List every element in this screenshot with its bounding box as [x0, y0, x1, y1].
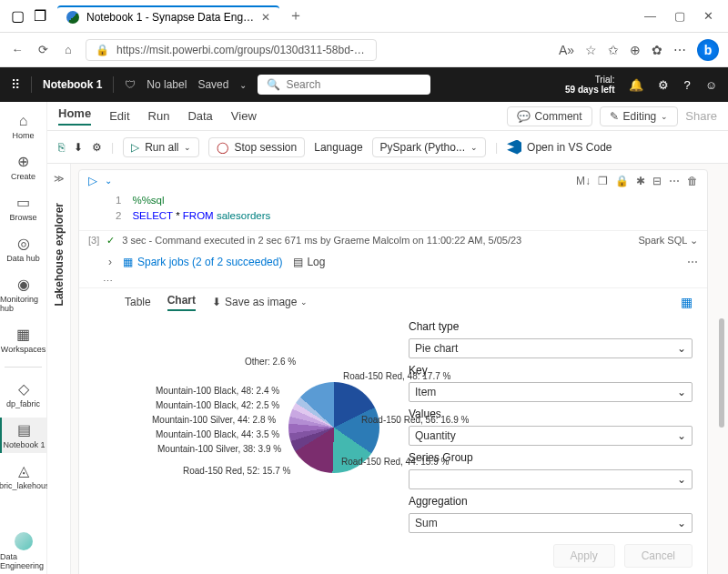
expand-panel-icon[interactable]: ≫ [54, 173, 65, 185]
sensitivity-label[interactable]: No label [147, 78, 187, 91]
nav-create[interactable]: ⊕Create [11, 149, 35, 185]
spark-jobs-link[interactable]: ▦Spark jobs (2 of 2 succeeded) [123, 256, 282, 268]
tab-chart[interactable]: Chart [167, 294, 196, 311]
download-icon[interactable]: ⬇ [74, 141, 83, 154]
favorites-icon[interactable]: ✩ [608, 43, 619, 57]
url-field[interactable]: 🔒 https://msit.powerbi.com/groups/0130d3… [86, 39, 377, 61]
tab-home[interactable]: Home [58, 106, 91, 126]
more-icon[interactable]: ⋯ [673, 43, 686, 57]
nav-datahub[interactable]: ◎Data hub [6, 231, 40, 267]
star-icon[interactable]: ☆ [585, 43, 597, 57]
window-titlebar: ▢ ❐ Notebook 1 - Synapse Data Eng… ✕ ＋ —… [0, 0, 728, 33]
collections-icon[interactable]: ⊕ [630, 43, 641, 57]
nav-monitoring[interactable]: ◉Monitoring hub [0, 272, 46, 317]
language-label: Language [314, 141, 362, 154]
expand-jobs-icon[interactable]: › [108, 256, 112, 268]
search-box[interactable]: 🔍 Search [258, 75, 430, 95]
code-editor[interactable]: %%sql SELECT * FROM salesorders [132, 193, 270, 225]
nav-notebook1[interactable]: ▤Notebook 1 [0, 418, 46, 453]
tab-data[interactable]: Data [187, 109, 212, 123]
run-cell-icon[interactable]: ▷ [88, 174, 97, 187]
log-link[interactable]: ▤Log [293, 256, 325, 268]
open-vscode-button[interactable]: Open in VS Code [507, 140, 612, 155]
values-select[interactable]: Quantity⌄ [409, 426, 693, 446]
collapse-icon[interactable]: ⊟ [652, 175, 662, 187]
delete-cell-icon[interactable]: 🗑 [687, 175, 698, 187]
markdown-toggle-icon[interactable]: M↓ [576, 175, 591, 187]
lock-icon[interactable]: 🔒 [615, 175, 629, 187]
output-more-icon[interactable]: ⋯ [687, 256, 698, 268]
new-tab-button[interactable]: ＋ [288, 6, 303, 25]
home-icon[interactable]: ⌂ [60, 43, 76, 56]
gear-icon[interactable]: ⚙ [92, 141, 102, 154]
nav-browse[interactable]: ▭Browse [9, 190, 36, 226]
duplicate-icon[interactable]: ❐ [598, 175, 608, 187]
chevron-down-icon[interactable]: ⌄ [239, 80, 247, 90]
freeze-icon[interactable]: ✱ [636, 175, 645, 187]
browser-tab[interactable]: Notebook 1 - Synapse Data Eng… ✕ [57, 5, 279, 27]
reader-icon[interactable]: A» [559, 43, 574, 57]
stop-icon: ◯ [217, 141, 228, 154]
language-select[interactable]: PySpark (Pytho...⌄ [372, 137, 486, 157]
help-icon[interactable]: ? [683, 78, 690, 92]
chart-type-select[interactable]: Pie chart⌄ [409, 338, 693, 358]
key-select[interactable]: Item⌄ [409, 382, 693, 402]
check-icon: ✓ [106, 235, 115, 247]
convert-icon[interactable]: ⎘ [58, 141, 65, 154]
gear-icon[interactable]: ⚙ [658, 78, 669, 92]
minimize-icon[interactable]: — [644, 9, 656, 23]
bell-icon[interactable]: 🔔 [629, 78, 643, 92]
comment-button[interactable]: 💬Comment [507, 106, 592, 126]
nav-dpfabric[interactable]: ◇dp_fabric [6, 377, 40, 412]
save-as-image-button[interactable]: ⬇Save as image⌄ [212, 296, 308, 308]
refresh-icon[interactable]: ⟳ [35, 43, 51, 56]
fabric-favicon [66, 11, 79, 24]
app-launcher-icon[interactable]: ⠿ [11, 77, 20, 92]
close-window-icon[interactable]: ✕ [703, 9, 713, 23]
tab-table[interactable]: Table [125, 296, 151, 308]
tab-view[interactable]: View [231, 109, 257, 123]
search-icon: 🔍 [267, 78, 280, 91]
scrollbar-thumb[interactable] [719, 318, 724, 428]
extension-icon[interactable]: ✿ [652, 43, 662, 57]
key-label: Key [409, 364, 693, 377]
home-nav-icon: ⌂ [19, 113, 28, 129]
agg-select[interactable]: Sum⌄ [409, 513, 693, 533]
stop-session-button[interactable]: ◯Stop session [208, 137, 305, 157]
series-select[interactable]: ⌄ [409, 469, 693, 489]
search-placeholder: Search [286, 78, 320, 91]
lock-icon: 🔒 [96, 44, 109, 56]
maximize-icon[interactable]: ▢ [674, 9, 685, 23]
back-icon[interactable]: ← [9, 43, 25, 56]
toolbar: ⎘ ⬇ ⚙ | ▷Run all⌄ ◯Stop session Language… [47, 131, 728, 164]
tabs-icon[interactable]: ❐ [34, 7, 46, 25]
more-cell-icon[interactable]: ⋯ [669, 175, 680, 187]
nav-workspaces[interactable]: ▦Workspaces [1, 322, 46, 357]
run-all-button[interactable]: ▷Run all⌄ [123, 137, 199, 157]
exec-count: [3] [88, 235, 99, 246]
notebook-title[interactable]: Notebook 1 [43, 78, 102, 91]
chevron-down-icon: ⌄ [677, 342, 686, 355]
log-icon: ▤ [293, 256, 303, 268]
dpfabric-nav-icon: ◇ [18, 380, 29, 398]
nav-home[interactable]: ⌂Home [12, 109, 34, 144]
vscode-icon [507, 140, 521, 155]
nav-data-engineering[interactable]: Data Engineering [0, 529, 46, 574]
agg-label: Aggregation [409, 495, 693, 508]
nav-lakehouse[interactable]: ◬fabric_lakehouse [0, 458, 55, 494]
feedback-icon[interactable]: ☺ [705, 78, 717, 92]
popout-icon[interactable]: ▦ [681, 295, 693, 309]
share-button[interactable]: Share [685, 109, 717, 123]
tab-edit[interactable]: Edit [109, 109, 129, 123]
browser-addressbar: ← ⟳ ⌂ 🔒 https://msit.powerbi.com/groups/… [0, 33, 728, 67]
chevron-down-icon: ⌄ [661, 112, 668, 121]
tab-run[interactable]: Run [148, 109, 170, 123]
close-tab-icon[interactable]: ✕ [261, 11, 270, 24]
cell-menu-icon[interactable]: ⌄ [105, 176, 112, 186]
apply-button[interactable]: Apply [553, 544, 615, 568]
cell-lang[interactable]: Spark SQL ⌄ [639, 235, 698, 247]
workspaces-icon[interactable]: ▢ [11, 7, 25, 25]
editing-button[interactable]: ✎Editing⌄ [600, 106, 679, 126]
bing-chat-icon[interactable]: b [697, 39, 719, 61]
cancel-button[interactable]: Cancel [624, 544, 693, 568]
